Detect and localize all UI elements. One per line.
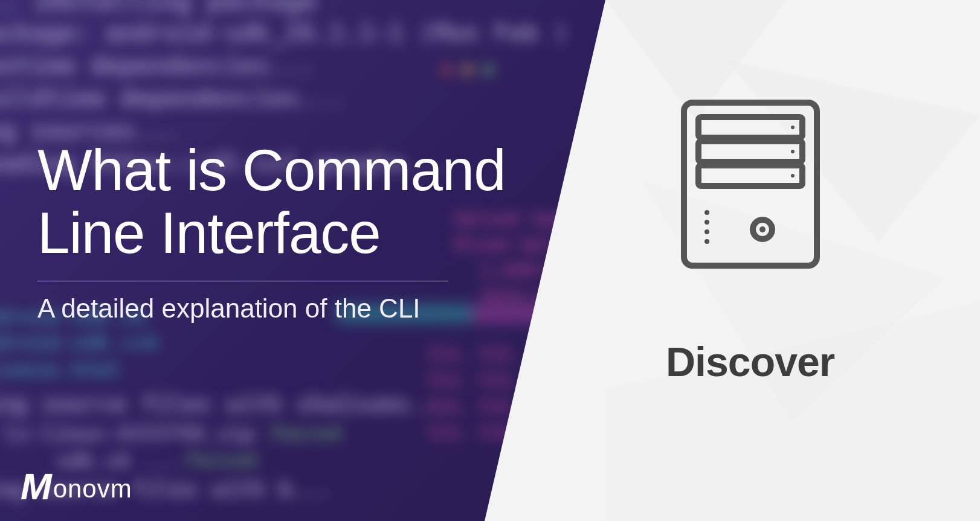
hero-banner: ... iNstalling packagepackage: android-s… [0, 0, 980, 521]
divider [37, 281, 448, 281]
terminal-bg-line: ... iNstalling package [0, 0, 317, 16]
brand-logo-text: onovm [53, 476, 132, 502]
window-traffic-lights [441, 64, 495, 75]
svg-point-5 [791, 150, 795, 153]
traffic-light-red-icon [441, 64, 453, 75]
svg-point-9 [704, 210, 709, 215]
svg-rect-1 [698, 117, 802, 138]
terminal-bg-line: android-sdk.csh [0, 330, 160, 355]
traffic-light-yellow-icon [462, 64, 473, 75]
traffic-light-green-icon [483, 64, 494, 75]
brand-logo-mark: M [21, 468, 50, 505]
brand-logo: M onovm [21, 468, 132, 505]
svg-rect-3 [698, 165, 802, 186]
svg-rect-2 [698, 141, 802, 162]
discover-cta: Discover [666, 338, 834, 385]
hero-title-line1: What is Command [37, 138, 506, 202]
terminal-bg-line: ls-linux-4333796.zip ... [4, 421, 305, 446]
svg-point-8 [759, 226, 766, 232]
hero-title-line2: Line Interface [37, 200, 381, 265]
terminal-bg-line: buildtime dependencies... [0, 83, 344, 112]
svg-point-10 [704, 220, 709, 225]
svg-point-12 [704, 239, 709, 244]
terminal-bg-line: runtime dependencies... [0, 51, 314, 80]
terminal-bg-line: package: android-sdk_26.1.1-1 (Mon Feb ) [0, 18, 568, 47]
right-content: Discover [666, 97, 834, 385]
right-panel: Discover [605, 0, 980, 521]
svg-point-6 [791, 174, 795, 177]
terminal-bg-line: license.html [0, 357, 122, 382]
terminal-bg-line: Passed [271, 421, 342, 444]
svg-point-11 [704, 229, 709, 234]
svg-point-4 [791, 126, 795, 129]
terminal-bg-line: ting source files with sha1sums... [0, 390, 452, 417]
terminal-bg-line: Passed [186, 449, 257, 471]
server-icon [678, 97, 823, 272]
